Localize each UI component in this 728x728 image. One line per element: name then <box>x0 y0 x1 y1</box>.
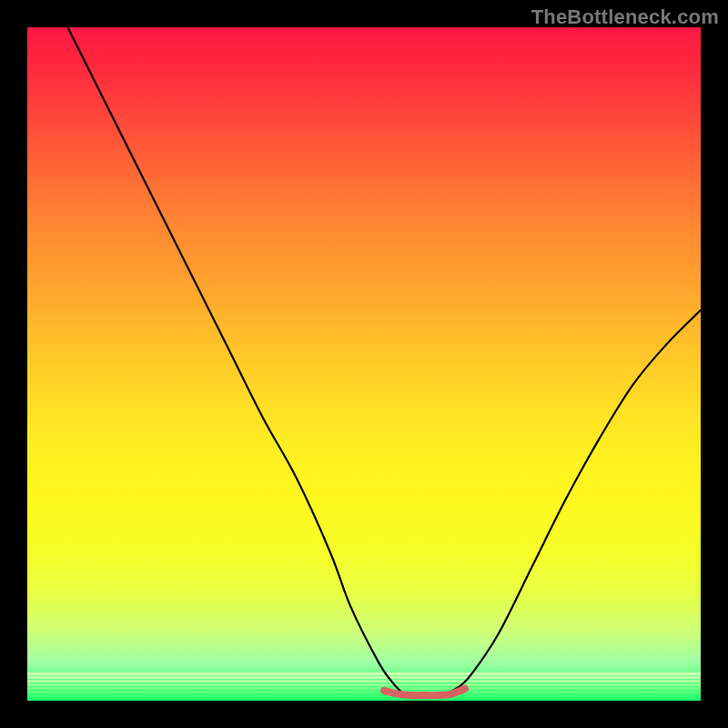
chart-frame: TheBottleneck.com <box>0 0 728 728</box>
chart-svg <box>27 27 701 701</box>
watermark-text: TheBottleneck.com <box>531 5 719 29</box>
bottleneck-curve <box>67 27 701 695</box>
plot-area <box>27 27 701 701</box>
